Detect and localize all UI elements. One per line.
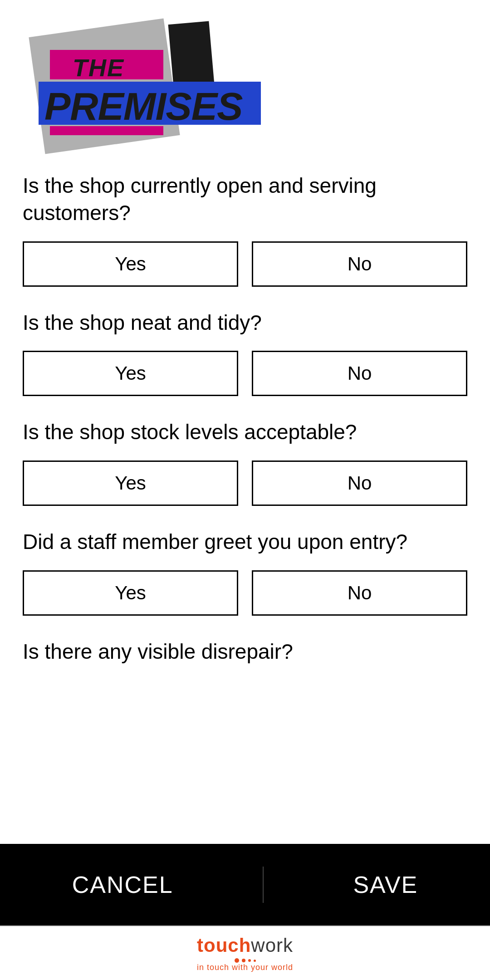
dot-3 — [248, 959, 251, 962]
question-text-2: Is the shop neat and tidy? — [23, 309, 467, 337]
dot-2 — [242, 959, 245, 962]
q3-yes-button[interactable]: Yes — [23, 461, 238, 506]
question-text-3: Is the shop stock levels acceptable? — [23, 419, 467, 446]
q4-no-button[interactable]: No — [252, 570, 467, 616]
question-text-1: Is the shop currently open and serving c… — [23, 172, 467, 227]
button-row-3: Yes No — [23, 461, 467, 506]
touchwork-logo: touchwork in touch with your world — [197, 935, 293, 972]
footer-divider — [263, 867, 264, 903]
question-block-2: Is the shop neat and tidy? Yes No — [23, 309, 467, 397]
button-row-1: Yes No — [23, 241, 467, 287]
logo-premises-text: PREMISES — [44, 84, 242, 129]
button-row-2: Yes No — [23, 351, 467, 396]
question-block-5: Is there any visible disrepair? — [23, 638, 467, 666]
q2-no-button[interactable]: No — [252, 351, 467, 396]
logo-the-text: THE — [73, 54, 124, 82]
main-content: THE PREMISES Is the shop currently open … — [0, 0, 490, 844]
question-block-3: Is the shop stock levels acceptable? Yes… — [23, 419, 467, 506]
q1-no-button[interactable]: No — [252, 241, 467, 287]
question-text-4: Did a staff member greet you upon entry? — [23, 529, 467, 556]
question-block-1: Is the shop currently open and serving c… — [23, 172, 467, 287]
q4-yes-button[interactable]: Yes — [23, 570, 238, 616]
logo-container: THE PREMISES — [23, 18, 259, 154]
touch-text: touch — [197, 935, 251, 956]
q3-no-button[interactable]: No — [252, 461, 467, 506]
footer-actions: CANCEL SAVE — [0, 844, 490, 926]
question-block-4: Did a staff member greet you upon entry?… — [23, 529, 467, 616]
dot-1 — [235, 958, 239, 963]
save-button[interactable]: SAVE — [353, 871, 418, 898]
cancel-button[interactable]: CANCEL — [72, 871, 173, 898]
footer-brand: touchwork in touch with your world — [0, 926, 490, 980]
button-row-4: Yes No — [23, 570, 467, 616]
q1-yes-button[interactable]: Yes — [23, 241, 238, 287]
touchwork-tagline: in touch with your world — [197, 963, 293, 972]
q2-yes-button[interactable]: Yes — [23, 351, 238, 396]
touchwork-dots — [235, 958, 256, 963]
work-text: work — [251, 935, 293, 956]
question-text-5: Is there any visible disrepair? — [23, 638, 467, 666]
dot-4 — [254, 960, 256, 962]
touchwork-text: touchwork — [197, 935, 293, 956]
